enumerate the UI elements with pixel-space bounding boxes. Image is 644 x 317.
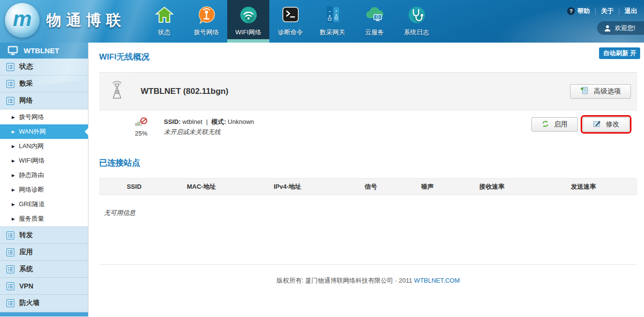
brand-logo: m✦✦ 物通博联 [5,3,126,38]
sidebar-item-label: VPN [19,282,33,290]
sidebar-subitem-wifi[interactable]: ▶ WIFI网络 [0,153,88,168]
brand-logo-text: 物通博联 [46,10,126,30]
header-links: ? 帮助 关于 退出 [567,7,637,15]
device-name: WTBLNET [24,46,59,55]
divider [619,8,619,15]
sidebar-subitem-label: 网络诊断 [19,185,44,194]
sidebar-item-label: 转发 [19,231,33,240]
top-nav: 状态 拨号网络 WIFI网络 诊断命令 [143,0,438,43]
sidebar-item-network[interactable]: 网络 [0,92,88,109]
welcome-badge[interactable]: 欢迎您! [597,21,644,35]
ssid-line: SSID: wtblnet | 模式: Unknown [164,117,254,127]
advanced-options-button[interactable]: 高级选项 [570,84,631,99]
list-icon [6,97,15,105]
auto-refresh-toggle[interactable]: 自动刷新 开 [599,47,640,59]
signal-percent: 25% [131,130,151,137]
caret-right-icon: ▶ [12,188,15,192]
sidebar-subitem-static-route[interactable]: ▶ 静态路由 [0,168,88,182]
ssid-value: wtblnet [182,118,202,125]
connected-stations-title: 已连接站点 [99,157,637,168]
help-icon: ? [567,7,575,15]
sidebar-subitem-label: WAN外网 [19,127,46,136]
ssid-info: SSID: wtblnet | 模式: Unknown 未开启或未关联无线 [164,117,254,137]
signal-disabled-icon [135,120,147,128]
caret-right-icon: ▶ [12,217,15,221]
nav-item-label: 状态 [158,28,171,37]
help-link[interactable]: 帮助 [577,7,590,15]
enable-label: 启用 [554,120,568,129]
list-icon [6,299,15,307]
logout-link[interactable]: 退出 [625,7,637,15]
sidebar-item-firewall[interactable]: 防火墙 [0,295,88,312]
nav-item-dialup[interactable]: 拨号网络 [185,0,227,43]
refresh-icon [542,120,549,129]
nav-item-label: 拨号网络 [194,28,219,37]
modify-button[interactable]: 修改 [583,117,629,132]
sidebar-subitem-dialup[interactable]: ▶ 拨号网络 [0,110,88,124]
signal-block: 25% [131,117,151,137]
sidebar-subitem-diagnostics[interactable]: ▶ 网络诊断 [0,182,88,197]
brand-logo-icon: m✦✦ [5,3,40,38]
column-ssid: SSID [99,179,169,195]
sidebar-item-data-collection[interactable]: 数采 [0,75,88,92]
sidebar-item-system[interactable]: 系统 [0,261,88,278]
sidebar-device-header[interactable]: WTBLNET [0,43,88,59]
sidebar-subitem-label: 静态路由 [19,171,44,180]
sidebar-item-vpn[interactable]: VPN [0,278,88,295]
wifi-panel-header: WTBLNET (802.11bgn) 高级选项 [99,72,637,110]
sidebar-item-label: 状态 [19,62,33,71]
sidebar-item-label: 防火墙 [19,299,40,307]
sidebar-item-status[interactable]: 状态 [0,59,88,75]
nav-item-wifi[interactable]: WIFI网络 [227,0,269,43]
stations-table: SSID MAC-地址 IPv4-地址 信号 噪声 接收速率 发送速率 [99,178,637,195]
list-icon [6,80,15,88]
mode-value: Unknown [228,118,254,125]
nav-item-status[interactable]: 状态 [143,0,185,43]
sidebar-subitem-label: 拨号网络 [19,113,44,121]
sidebar-item-label: 应用 [19,248,33,257]
column-ipv4: IPv4-地址 [234,179,341,195]
list-icon [6,282,15,290]
column-tx-rate: 发送速率 [529,179,637,195]
column-mac: MAC-地址 [169,179,234,195]
nav-item-cloud[interactable]: 云服务 [353,0,395,43]
stations-header-row: SSID MAC-地址 IPv4-地址 信号 噪声 接收速率 发送速率 [99,179,637,195]
caret-right-icon: ▶ [12,144,15,149]
sidebar-bottom-strip [0,312,88,317]
sidebar-item-label: 数采 [19,79,33,88]
column-noise: 噪声 [400,179,454,195]
nav-item-gateway[interactable]: 数采网关 [311,0,353,43]
page-title-row: WIFI无线概况 自动刷新 开 [89,43,644,62]
stethoscope-icon [407,5,427,25]
caret-right-icon: ▶ [12,115,15,120]
list-icon [6,231,15,240]
wifi-overview-panel: WTBLNET (802.11bgn) 高级选项 25% SSID: wtbln [99,72,637,145]
separator: | [206,118,207,125]
sidebar-item-forwarding[interactable]: 转发 [0,227,88,244]
list-icon [6,248,15,257]
edit-icon [593,120,601,129]
sidebar-item-applications[interactable]: 应用 [0,244,88,261]
router-admin-page: m✦✦ 物通博联 状态 拨号网络 WIFI网络 [0,0,644,317]
about-link[interactable]: 关于 [601,7,614,15]
nav-item-syslog[interactable]: 系统日志 [395,0,438,43]
sidebar-subitem-lan[interactable]: ▶ LAN内网 [0,139,88,153]
no-data-text: 无可用信息 [104,209,644,217]
sidebar-subitem-qos[interactable]: ▶ 服务质量 [0,211,88,226]
server-rack-icon [322,5,343,25]
nav-item-label: 数采网关 [320,28,345,37]
cloud-icon [365,5,385,25]
enable-button[interactable]: 启用 [531,117,578,132]
nav-item-label: 诊断命令 [278,28,303,37]
mode-label: 模式: [211,118,226,125]
sidebar-subitem-gre-tunnel[interactable]: ▶ GRE隧道 [0,197,88,211]
wifi-panel-body: 25% SSID: wtblnet | 模式: Unknown 未开启或未关联无… [99,110,637,145]
sidebar-subitem-wan[interactable]: ▶ WAN外网 [0,124,88,139]
footer-link[interactable]: WTBLNET.COM [414,277,460,284]
broadcast-icon [196,5,217,25]
nav-item-diagnostics[interactable]: 诊断命令 [269,0,311,43]
welcome-text: 欢迎您! [615,24,635,32]
antenna-icon [108,81,126,102]
sidebar: WTBLNET 状态 数采 网络 ▶ 拨号网络 ▶ WAN外网 ▶ LA [0,43,88,317]
sidebar-item-label: 网络 [19,96,33,105]
